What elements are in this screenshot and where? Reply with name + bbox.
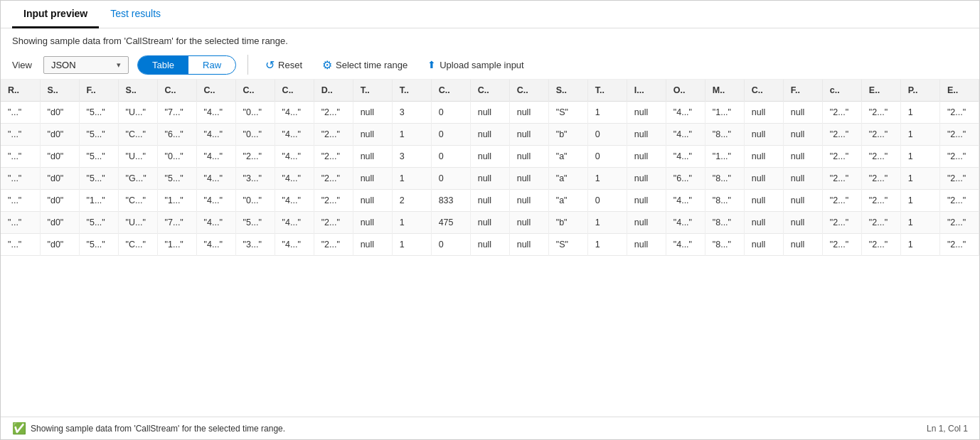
table-cell: "8..." xyxy=(705,234,744,256)
table-cell: "2..." xyxy=(822,146,861,168)
tab-test-results[interactable]: Test results xyxy=(99,1,172,28)
table-cell: "2..." xyxy=(314,168,353,190)
table-col-header: F.. xyxy=(79,80,118,102)
table-cell: 1 xyxy=(900,212,939,234)
data-table-area[interactable]: R..S..F..S..C..C..C..C..D..T..T..C..C..C… xyxy=(1,80,979,417)
table-cell: 2 xyxy=(392,190,431,212)
table-cell: 0 xyxy=(587,190,627,212)
table-col-header: F.. xyxy=(783,80,822,102)
table-cell: "4..." xyxy=(196,234,235,256)
table-cell: null xyxy=(627,168,666,190)
gear-icon: ⚙ xyxy=(322,58,332,72)
table-cell: "4..." xyxy=(196,146,235,168)
view-dropdown[interactable]: JSON ▾ xyxy=(43,56,129,74)
table-cell: 1 xyxy=(900,102,939,124)
table-cell: 0 xyxy=(587,124,627,146)
table-cell: "4..." xyxy=(666,212,705,234)
table-cell: "C..." xyxy=(118,124,157,146)
table-cell: 1 xyxy=(900,168,939,190)
table-cell: "d0" xyxy=(40,212,79,234)
table-cell: "5..." xyxy=(79,168,118,190)
table-cell: "2..." xyxy=(861,102,900,124)
reset-action[interactable]: ↺ Reset xyxy=(260,55,308,75)
table-cell: 1 xyxy=(587,212,627,234)
table-cell: null xyxy=(353,234,392,256)
chevron-down-icon: ▾ xyxy=(117,60,121,70)
table-toggle-button[interactable]: Table xyxy=(138,56,188,74)
table-cell: 0 xyxy=(431,146,470,168)
table-cell: "4..." xyxy=(275,102,314,124)
table-col-header: C.. xyxy=(235,80,275,102)
table-cell: "U..." xyxy=(118,212,157,234)
table-cell: null xyxy=(470,124,509,146)
table-cell: null xyxy=(509,212,548,234)
table-cell: "1..." xyxy=(705,102,744,124)
table-cell: "3..." xyxy=(235,168,275,190)
table-cell: "4..." xyxy=(666,102,705,124)
table-row: "...""d0""1...""C...""1...""4...""0...""… xyxy=(1,190,979,212)
table-cell: 1 xyxy=(587,168,627,190)
tab-input-preview[interactable]: Input preview xyxy=(12,1,99,28)
select-time-range-label: Select time range xyxy=(336,60,408,70)
table-cell: "..." xyxy=(1,234,40,256)
table-cell: "0..." xyxy=(235,102,275,124)
table-col-header: C.. xyxy=(509,80,548,102)
table-cell: "3..." xyxy=(235,234,275,256)
table-col-header: C.. xyxy=(196,80,235,102)
table-cell: 1 xyxy=(587,234,627,256)
table-cell: "5..." xyxy=(235,212,275,234)
table-cell: null xyxy=(744,146,783,168)
table-cell: null xyxy=(627,190,666,212)
toolbar-divider xyxy=(247,55,248,75)
table-cell: null xyxy=(509,190,548,212)
table-cell: "2..." xyxy=(939,124,979,146)
table-cell: "S" xyxy=(548,102,587,124)
table-cell: "a" xyxy=(548,190,587,212)
table-cell: null xyxy=(744,190,783,212)
table-cell: null xyxy=(744,212,783,234)
table-cell: 3 xyxy=(392,102,431,124)
table-cell: "U..." xyxy=(118,146,157,168)
table-cell: "2..." xyxy=(939,102,979,124)
table-cell: "2..." xyxy=(822,212,861,234)
table-col-header: E.. xyxy=(939,80,979,102)
raw-toggle-button[interactable]: Raw xyxy=(188,56,235,74)
table-cell: "2..." xyxy=(861,190,900,212)
table-cell: "2..." xyxy=(314,124,353,146)
table-cell: null xyxy=(509,102,548,124)
table-cell: "5..." xyxy=(79,234,118,256)
table-cell: null xyxy=(744,102,783,124)
table-cell: "C..." xyxy=(118,190,157,212)
table-cell: "4..." xyxy=(275,234,314,256)
tab-bar: Input preview Test results xyxy=(1,1,979,28)
table-cell: null xyxy=(509,234,548,256)
table-cell: null xyxy=(627,102,666,124)
table-cell: 1 xyxy=(392,124,431,146)
table-cell: "2..." xyxy=(822,190,861,212)
table-cell: "4..." xyxy=(196,168,235,190)
table-cell: "b" xyxy=(548,124,587,146)
table-cell: null xyxy=(783,234,822,256)
view-toggle-group: Table Raw xyxy=(137,55,236,75)
table-cell: 1 xyxy=(900,146,939,168)
table-cell: "5..." xyxy=(79,212,118,234)
table-cell: "7..." xyxy=(157,212,196,234)
view-label: View xyxy=(12,60,32,70)
table-cell: "d0" xyxy=(40,168,79,190)
table-cell: "2..." xyxy=(314,190,353,212)
select-time-range-action[interactable]: ⚙ Select time range xyxy=(316,55,413,75)
table-cell: null xyxy=(470,212,509,234)
upload-sample-input-action[interactable]: ⬆ Upload sample input xyxy=(422,56,530,73)
table-cell: "2..." xyxy=(861,234,900,256)
table-cell: "1..." xyxy=(705,146,744,168)
reset-label: Reset xyxy=(278,60,302,70)
table-cell: "5..." xyxy=(79,124,118,146)
table-cell: "4..." xyxy=(275,212,314,234)
table-cell: "d0" xyxy=(40,234,79,256)
table-cell: "0..." xyxy=(235,124,275,146)
table-cell: "..." xyxy=(1,102,40,124)
table-col-header: S.. xyxy=(118,80,157,102)
table-cell: "..." xyxy=(1,190,40,212)
table-cell: null xyxy=(627,146,666,168)
table-col-header: M.. xyxy=(705,80,744,102)
